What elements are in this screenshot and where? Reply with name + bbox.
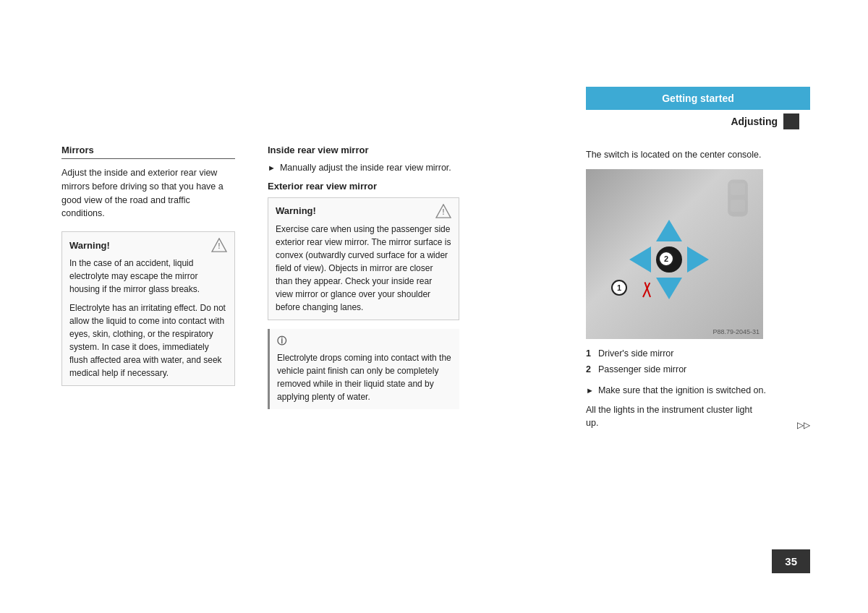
header-right: Getting started Adjusting — [586, 87, 810, 133]
inside-mirror-title: Inside rear view mirror — [268, 145, 459, 155]
switch-text: The switch is located on the center cons… — [586, 148, 810, 162]
inside-mirror-text: Manually adjust the inside rear view mir… — [280, 161, 451, 175]
adjusting-label: Adjusting — [731, 116, 778, 127]
getting-started-bar: Getting started — [586, 87, 810, 110]
caption-2-num: 2 — [586, 362, 595, 377]
warning-triangle-icon: ! — [211, 238, 227, 252]
ignition-bullet-arrow-icon: ► — [586, 385, 594, 398]
caption-2-text: Passenger side mirror — [598, 362, 686, 377]
note-text: Electrolyte drops coming into contact wi… — [277, 351, 452, 403]
ext-warning-triangle-icon: ! — [435, 204, 451, 218]
label-2-circle: 2 — [658, 251, 674, 267]
svg-text:!: ! — [218, 242, 220, 250]
caption-1-num: 1 — [586, 346, 595, 361]
caption-item-2: 2 Passenger side mirror — [586, 362, 810, 377]
middle-column: Inside rear view mirror ► Manually adjus… — [268, 145, 459, 409]
mirrors-title: Mirrors — [61, 145, 235, 159]
arrow-left-icon — [629, 247, 651, 273]
page-number: 35 — [785, 555, 797, 567]
caption-item-1: 1 Driver's side mirror — [586, 346, 810, 361]
inside-mirror-bullet: ► Manually adjust the inside rear view m… — [268, 161, 459, 175]
image-credit: P88.79-2045-31 — [712, 328, 760, 335]
ext-warning-header: Warning! ! — [276, 204, 451, 218]
label-1-circle: 1 — [611, 280, 627, 296]
mirror-image: 1 2 P88.79-2045-31 — [586, 169, 763, 339]
getting-started-label: Getting started — [662, 93, 734, 104]
caption-list: 1 Driver's side mirror 2 Passenger side … — [586, 346, 810, 377]
lights-row: All the lights in the instrument cluster… — [586, 403, 810, 431]
adjusting-bar: Adjusting — [586, 110, 810, 133]
bullet-arrow-icon: ► — [268, 162, 276, 175]
exterior-mirror-title: Exterior rear view mirror — [268, 181, 459, 192]
left-warning-text1: In the case of an accident, liquid elect… — [69, 257, 227, 296]
left-warning-label: Warning! — [69, 240, 110, 251]
page-number-box: 35 — [772, 549, 810, 573]
adjusting-square-icon — [783, 113, 799, 129]
svg-rect-5 — [731, 183, 745, 195]
continuation-arrow: ▷▷ — [797, 420, 810, 430]
left-warning-box: Warning! ! In the case of an accident, l… — [61, 231, 235, 386]
ignition-bullet: ► Make sure that the ignition is switche… — [586, 384, 810, 398]
ext-warning-text: Exercise care when using the passenger s… — [276, 223, 451, 314]
car-top-icon — [720, 176, 756, 220]
left-warning-header: Warning! ! — [69, 238, 227, 252]
arrow-right-icon — [687, 247, 709, 273]
mirror-image-inner: 1 2 P88.79-2045-31 — [586, 169, 763, 339]
svg-text:!: ! — [442, 208, 444, 216]
note-icon: ⓘ — [277, 335, 452, 348]
left-column: Mirrors Adjust the inside and exterior r… — [61, 145, 235, 392]
left-warning-text2: Electrolyte has an irritating effect. Do… — [69, 301, 227, 380]
note-box: ⓘ Electrolyte drops coming into contact … — [268, 329, 459, 409]
right-column: The switch is located on the center cons… — [586, 148, 810, 430]
caption-1-text: Driver's side mirror — [598, 346, 673, 361]
ignition-text: Make sure that the ignition is switched … — [598, 384, 766, 398]
mirrors-intro: Adjust the inside and exterior rear view… — [61, 166, 235, 220]
lights-text: All the lights in the instrument cluster… — [586, 403, 760, 431]
page-container: Getting started Adjusting Mirrors Adjust… — [0, 0, 868, 613]
exterior-warning-box: Warning! ! Exercise care when using the … — [268, 197, 459, 320]
svg-rect-6 — [731, 200, 745, 212]
arrow-up-icon — [656, 220, 682, 241]
arrow-down-icon — [656, 278, 682, 299]
ext-warning-label: Warning! — [276, 205, 316, 216]
